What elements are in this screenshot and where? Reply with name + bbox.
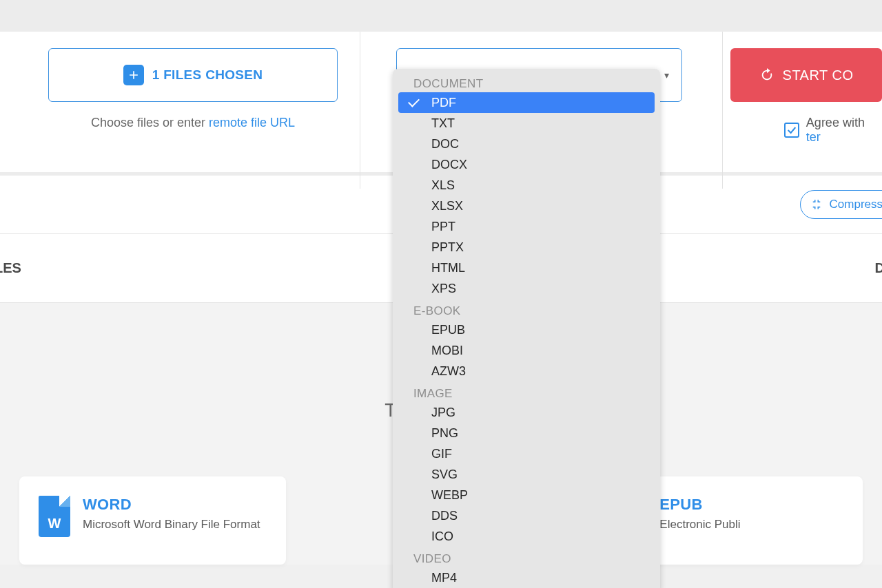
start-button-label: START CO	[783, 67, 854, 83]
compress-icon	[810, 198, 823, 211]
agree-label: Agree with ter	[806, 116, 882, 145]
dropdown-option[interactable]: PDF	[398, 92, 655, 113]
col-header-left: LES	[0, 260, 21, 276]
dropdown-option[interactable]: XLS	[398, 175, 655, 196]
dropdown-option[interactable]: DOCX	[398, 154, 655, 175]
format-card[interactable]: WWORDMicrosoft Word Binary File Format	[19, 476, 286, 565]
dropdown-option[interactable]: HTML	[398, 258, 655, 278]
dropdown-group-header: IMAGE	[398, 381, 655, 402]
terms-link[interactable]: ter	[806, 130, 821, 144]
dropdown-option[interactable]: MP4	[398, 567, 655, 588]
refresh-icon	[759, 67, 775, 83]
file-choose-button[interactable]: 1 FILES CHOSEN	[48, 48, 338, 102]
format-dropdown-panel[interactable]: DOCUMENTPDFTXTDOCDOCXXLSXLSXPPTPPTXHTMLX…	[393, 69, 660, 588]
remote-url-link[interactable]: remote file URL	[209, 116, 295, 129]
dropdown-option[interactable]: PPTX	[398, 237, 655, 258]
dropdown-option[interactable]: GIF	[398, 443, 655, 464]
dropdown-option[interactable]: AZW3	[398, 361, 655, 381]
format-card-desc: Electronic Publi	[659, 518, 740, 532]
agree-checkbox[interactable]	[784, 123, 799, 138]
dropdown-option[interactable]: PPT	[398, 216, 655, 237]
dropdown-option[interactable]: JPG	[398, 402, 655, 423]
compress-label: Compress al	[830, 198, 882, 211]
dropdown-option[interactable]: TXT	[398, 113, 655, 134]
dropdown-group-header: VIDEO	[398, 547, 655, 567]
dropdown-option[interactable]: ICO	[398, 526, 655, 547]
dropdown-option[interactable]: DDS	[398, 505, 655, 526]
upload-subtext: Choose files or enter remote file URL	[48, 116, 338, 130]
dropdown-option[interactable]: PNG	[398, 423, 655, 443]
dropdown-option[interactable]: SVG	[398, 464, 655, 485]
file-choose-label: 1 FILES CHOSEN	[152, 67, 263, 83]
dropdown-group-header: DOCUMENT	[398, 72, 655, 92]
dropdown-option[interactable]: MOBI	[398, 340, 655, 361]
dropdown-option[interactable]: XPS	[398, 278, 655, 299]
format-card-title: EPUB	[659, 496, 740, 514]
chevron-down-icon: ▾	[664, 70, 669, 81]
plus-icon	[123, 65, 144, 85]
dropdown-option[interactable]: EPUB	[398, 319, 655, 340]
start-conversion-button[interactable]: START CO	[730, 48, 882, 102]
col-header-right: D	[875, 260, 882, 276]
dropdown-option[interactable]: WEBP	[398, 485, 655, 505]
format-card-title: WORD	[83, 496, 260, 514]
dropdown-option[interactable]: XLSX	[398, 196, 655, 216]
format-card-desc: Microsoft Word Binary File Format	[83, 518, 260, 532]
dropdown-group-header: E-BOOK	[398, 299, 655, 319]
compress-all-button[interactable]: Compress al	[800, 190, 882, 219]
doc-glyph-icon: W	[39, 496, 70, 537]
dropdown-option[interactable]: DOC	[398, 134, 655, 154]
